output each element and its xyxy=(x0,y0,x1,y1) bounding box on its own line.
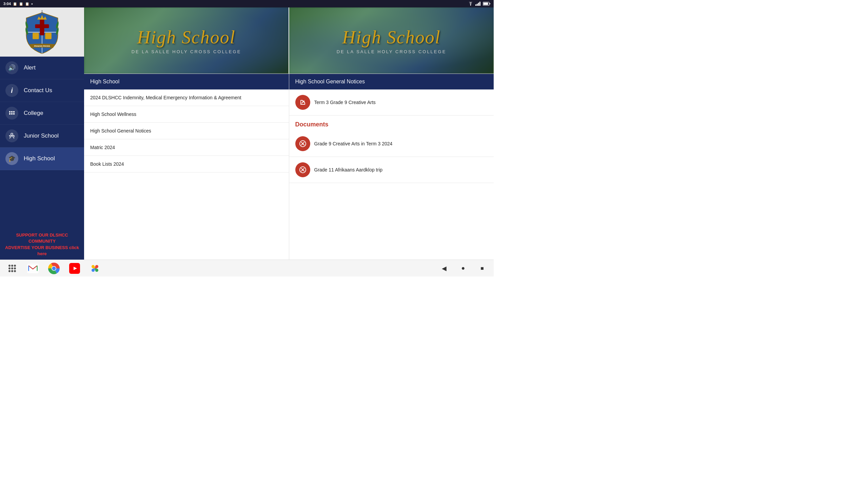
chrome-icon xyxy=(48,263,60,274)
status-time: 3:04 xyxy=(3,2,11,6)
lists-container: High School 2024 DLSHCC Indemnity, Medic… xyxy=(84,74,494,260)
banner-left-text: High School DE LA SALLE HOLY CROSS COLLE… xyxy=(132,27,241,54)
recents-button[interactable]: ■ xyxy=(477,264,487,273)
link-icon xyxy=(295,95,310,110)
left-list-panel: High School 2024 DLSHCC Indemnity, Medic… xyxy=(84,74,289,260)
back-icon: ◀ xyxy=(442,265,447,272)
book-lists-label: Book Lists 2024 xyxy=(90,161,124,167)
back-button[interactable]: ◀ xyxy=(439,264,449,273)
gmail-app-icon[interactable] xyxy=(27,264,39,273)
list-item-wellness[interactable]: High School Wellness xyxy=(84,106,289,123)
svg-rect-7 xyxy=(490,3,490,4)
banner-right-title: High School xyxy=(337,27,447,48)
svg-rect-17 xyxy=(11,111,13,113)
svg-rect-16 xyxy=(9,111,11,113)
right-list-panel: High School General Notices Term 3 Grade… xyxy=(289,74,494,260)
chrome-app-icon[interactable] xyxy=(48,263,60,274)
indemnity-label: 2024 DLSHCC Indemnity, Medical Emergency… xyxy=(90,95,241,100)
link-item-creative-arts[interactable]: Term 3 Grade 9 Creative Arts xyxy=(289,89,494,116)
info-icon: i xyxy=(5,84,18,97)
list-item-general-notices[interactable]: High School General Notices xyxy=(84,123,289,139)
svg-point-35 xyxy=(52,266,56,270)
alert-icon: 🔊 xyxy=(5,61,18,74)
svg-text:PRAESIS PROSIS: PRAESIS PROSIS xyxy=(34,45,50,47)
sidebar-item-alert-label: Alert xyxy=(24,64,36,71)
sidebar-item-contact-us[interactable]: i Contact Us xyxy=(0,79,84,102)
banner-right-text: High School DE LA SALLE HOLY CROSS COLLE… xyxy=(337,27,447,54)
sidebar-ad[interactable]: SUPPORT OUR DLSHCC COMMUNITY ADVERTISE Y… xyxy=(0,229,84,260)
documents-section-label: Documents xyxy=(289,116,494,131)
banner-left: High School DE LA SALLE HOLY CROSS COLLE… xyxy=(84,7,289,74)
sidebar-item-college[interactable]: College xyxy=(0,102,84,125)
svg-rect-19 xyxy=(9,113,11,115)
document-item-1[interactable]: Grade 9 Creative Arts in Term 3 2024 xyxy=(289,131,494,157)
banner-right: High School DE LA SALLE HOLY CROSS COLLE… xyxy=(289,7,494,74)
photos-icon xyxy=(90,263,100,273)
sidebar-item-high-school[interactable]: 🎓 High School xyxy=(0,147,84,170)
college-icon xyxy=(5,107,18,120)
svg-rect-12 xyxy=(33,33,39,39)
youtube-app-icon[interactable] xyxy=(69,263,80,274)
dot-icon: ● xyxy=(31,2,33,5)
svg-rect-13 xyxy=(45,33,52,39)
document-item-2[interactable]: Grade 11 Afrikaans Aardklop trip xyxy=(289,157,494,183)
bottom-bar: ◀ ● ■ xyxy=(0,260,494,277)
junior-school-icon xyxy=(5,129,18,142)
sidebar-item-high-school-label: High School xyxy=(24,155,55,162)
svg-rect-20 xyxy=(11,113,13,115)
battery-icon xyxy=(483,2,490,6)
svg-point-22 xyxy=(11,133,13,135)
svg-rect-2 xyxy=(477,4,478,6)
home-button[interactable]: ● xyxy=(458,264,468,273)
list-item-book-lists[interactable]: Book Lists 2024 xyxy=(84,156,289,172)
wifi-icon xyxy=(468,2,473,6)
link-item-label: Term 3 Grade 9 Creative Arts xyxy=(314,100,376,105)
sidebar-item-alert[interactable]: 🔊 Alert xyxy=(0,57,84,79)
svg-rect-3 xyxy=(478,3,479,6)
doc-icon-1 xyxy=(295,136,310,151)
svg-point-0 xyxy=(470,5,471,6)
sidebar-ad-line2: ADVERTISE YOUR BUSINESS click here xyxy=(3,245,81,257)
notification-icon-3: 📋 xyxy=(25,2,29,6)
status-bar-left: 3:04 📋 📋 📋 ● xyxy=(3,2,33,6)
status-bar-right xyxy=(468,2,490,6)
doc-2-label: Grade 11 Afrikaans Aardklop trip xyxy=(314,167,383,172)
banner-area: High School DE LA SALLE HOLY CROSS COLLE… xyxy=(84,7,494,74)
right-panel-header: High School General Notices xyxy=(289,74,494,89)
left-panel-header: High School xyxy=(84,74,289,89)
sidebar-item-contact-label: Contact Us xyxy=(24,87,52,94)
bottom-bar-apps xyxy=(7,263,100,274)
banner-left-title: High School xyxy=(132,27,241,48)
svg-rect-1 xyxy=(475,4,476,6)
status-bar: 3:04 📋 📋 📋 ● xyxy=(0,0,494,7)
svg-rect-21 xyxy=(13,113,15,115)
bottom-bar-nav: ◀ ● ■ xyxy=(439,264,487,273)
photos-app-icon[interactable] xyxy=(90,263,100,274)
grid-app-icon[interactable] xyxy=(7,263,18,274)
school-crest: PRAESIS PROSIS xyxy=(22,10,62,54)
main-layout: PRAESIS PROSIS 🔊 Alert i Contact Us xyxy=(0,7,494,260)
sidebar-nav: 🔊 Alert i Contact Us xyxy=(0,57,84,229)
sidebar-item-junior-label: Junior School xyxy=(24,133,59,139)
sidebar-ad-line1: SUPPORT OUR DLSHCC COMMUNITY xyxy=(3,232,81,244)
signal-icon xyxy=(475,2,481,6)
list-item-matric[interactable]: Matric 2024 xyxy=(84,139,289,156)
sidebar-logo: PRAESIS PROSIS xyxy=(0,7,84,57)
doc-1-label: Grade 9 Creative Arts in Term 3 2024 xyxy=(314,141,393,146)
notification-icon-2: 📋 xyxy=(19,2,23,6)
notification-icon-1: 📋 xyxy=(13,2,17,6)
svg-rect-11 xyxy=(35,24,49,28)
svg-rect-4 xyxy=(479,2,480,6)
recents-icon: ■ xyxy=(480,265,484,271)
doc-icon-2 xyxy=(295,162,310,177)
matric-label: Matric 2024 xyxy=(90,145,115,150)
list-item-indemnity[interactable]: 2024 DLSHCC Indemnity, Medical Emergency… xyxy=(84,89,289,106)
banner-right-subtitle: DE LA SALLE HOLY CROSS COLLEGE xyxy=(337,49,447,54)
banner-left-subtitle: DE LA SALLE HOLY CROSS COLLEGE xyxy=(132,49,241,54)
svg-rect-6 xyxy=(484,3,488,5)
svg-rect-18 xyxy=(13,111,15,113)
content-area: High School DE LA SALLE HOLY CROSS COLLE… xyxy=(84,7,494,260)
sidebar-item-junior-school[interactable]: Junior School xyxy=(0,125,84,147)
general-notices-label: High School General Notices xyxy=(90,128,151,134)
youtube-icon xyxy=(70,265,80,272)
